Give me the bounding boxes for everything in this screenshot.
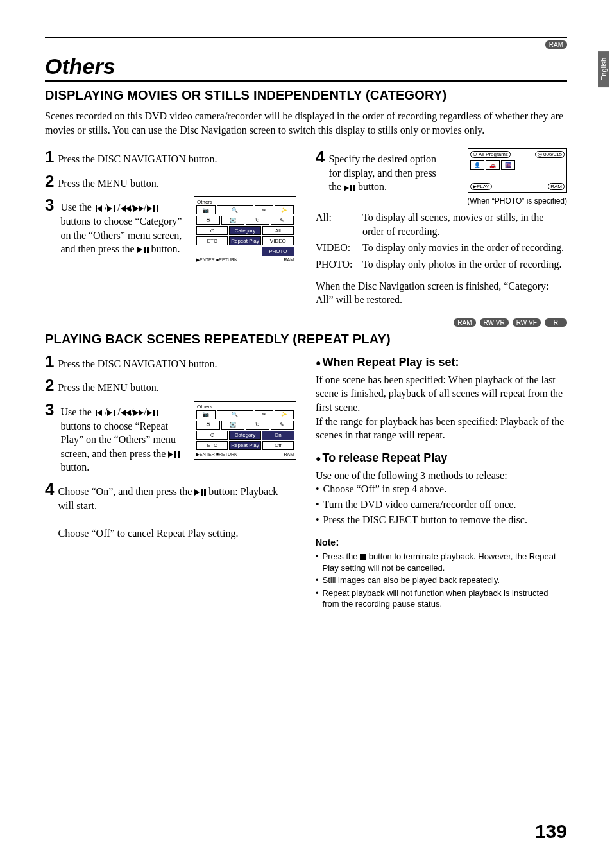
thumbnail: 🚗 (486, 160, 500, 170)
step-number: 1 (45, 148, 54, 165)
step-text: Use the //// buttons to choose “Repeat P… (60, 401, 187, 474)
page-title: Others (45, 54, 567, 82)
menu-footer-left: ▶ENTER ■RETURN (196, 452, 237, 457)
play-pause-icon (168, 451, 180, 458)
screenshot-caption: (When “PHOTO” is specified) (455, 196, 567, 205)
subheading-when-set: When Repeat Play is set: (316, 356, 567, 369)
page-number: 139 (535, 820, 567, 842)
disc-type-badge-row-mid: RAM RW VR RW VF R (45, 318, 567, 327)
text-fragment: Choose “On”, and then press the (58, 486, 194, 497)
list-item: Press the button to terminate playback. … (316, 551, 567, 573)
step-2: 2 Press the MENU button. (45, 173, 296, 191)
next-track-icon (107, 410, 117, 416)
menu-footer-right: RAM (284, 257, 294, 263)
step-number: 4 (316, 148, 325, 165)
section-heading-repeat: PLAYING BACK SCENES REPEATEDLY (REPEAT P… (45, 332, 567, 347)
def-desc-all: To display all scenes, movies or stills,… (362, 211, 567, 238)
paragraph: Use one of the following 3 methods to re… (316, 469, 567, 483)
menu-item-repeat: Repeat Play (229, 236, 260, 245)
step-text: Press the MENU button. (58, 173, 296, 191)
step-number: 4 (45, 481, 54, 498)
r-badge: R (545, 318, 567, 327)
screen-format-pill: RAM (548, 183, 565, 190)
def-term-photo: PHOTO: (316, 257, 357, 272)
list-item: Turn the DVD video camera/recorder off o… (316, 498, 567, 512)
language-tab: English (598, 51, 609, 87)
step-1: 1 Press the DISC NAVIGATION button. (45, 353, 296, 371)
section1-left-column: 1 Press the DISC NAVIGATION button. 2 Pr… (45, 148, 296, 307)
section1-intro: Scenes recorded on this DVD video camera… (45, 109, 567, 137)
step-3: 3 Use the //// buttons to choose “Catego… (45, 196, 296, 265)
screen-title-pill: ⊙All Programs (470, 151, 511, 158)
step-text: Specify the desired option for display, … (328, 148, 448, 194)
note-list: Press the button to terminate playback. … (316, 551, 567, 610)
option-definitions: All:To display all scenes, movies or sti… (316, 211, 567, 271)
step-text: Press the MENU button. (58, 377, 296, 395)
list-item: Press the DISC EJECT button to remove th… (316, 513, 567, 527)
section1-closing: When the Disc Navigation screen is finis… (316, 279, 567, 307)
menu-option-on-highlighted: On (262, 431, 294, 440)
play-pause-icon (344, 185, 355, 191)
step-2: 2 Press the MENU button. (45, 377, 296, 395)
step-number: 3 (45, 401, 54, 418)
menu-option-video: VIDEO (262, 236, 294, 245)
def-desc-video: To display only movies in the order of r… (362, 241, 567, 255)
thumbnail: 🌆 (501, 160, 515, 170)
rwvr-badge: RW VR (480, 318, 509, 327)
paragraph: If one scene has been specified: When pl… (316, 373, 567, 415)
menu-option-photo-highlighted: PHOTO (262, 247, 294, 256)
step-number: 3 (45, 196, 54, 213)
disc-type-badge-row-top: RAM (45, 40, 567, 49)
list-item: Still images can also be played back rep… (316, 575, 567, 586)
step-4: 4 Choose “On”, and then press the button… (45, 481, 296, 540)
play-pause-icon (147, 410, 158, 416)
section-heading-category: DISPLAYING MOVIES OR STILLS INDEPENDENTL… (45, 88, 567, 103)
text-fragment: Use the (60, 202, 94, 213)
def-term-video: VIDEO: (316, 241, 357, 255)
screen-play-pill: ▶PLAY (470, 183, 492, 190)
text-fragment: Choose “Off” to cancel Repeat Play setti… (58, 528, 238, 539)
section1-right-column: 4 Specify the desired option for display… (316, 148, 567, 307)
section2-right-column: When Repeat Play is set: If one scene ha… (316, 353, 567, 611)
menu-footer-right: RAM (284, 452, 294, 457)
list-item: Choose “Off” in step 4 above. (316, 482, 567, 496)
disc-nav-screenshot: ⊙All Programs ◎006/015 👤 🚗 🌆 ▶PLAY RAM (468, 148, 567, 193)
step-number: 1 (45, 353, 54, 370)
menu-item-repeat: Repeat Play (229, 441, 260, 450)
ram-badge: RAM (454, 318, 475, 327)
top-horizontal-rule (45, 37, 567, 38)
prev-track-icon (94, 410, 105, 416)
step-text: Choose “On”, and then press the button: … (58, 481, 296, 540)
next-track-icon (107, 205, 117, 212)
rewind-icon (121, 205, 131, 212)
play-pause-icon (147, 205, 158, 212)
menu-option-all: All (262, 226, 294, 235)
fast-forward-icon (133, 205, 144, 212)
rewind-icon (121, 410, 131, 416)
step-4: 4 Specify the desired option for display… (316, 148, 448, 194)
paragraph: If the range for playback has been speci… (316, 415, 567, 442)
text-fragment: button. (355, 181, 387, 192)
text-fragment: Use the (60, 406, 94, 417)
stop-icon (360, 554, 366, 560)
menu-title: Others (196, 404, 294, 410)
ram-badge: RAM (545, 40, 567, 49)
thumbnail: 👤 (470, 160, 484, 170)
fast-forward-icon (133, 410, 144, 416)
text-fragment: buttons to choose “Repeat Play” on the “… (60, 421, 176, 459)
section2-left-column: 1 Press the DISC NAVIGATION button. 2 Pr… (45, 353, 296, 611)
step-3: 3 Use the //// buttons to choose “Repeat… (45, 401, 296, 474)
play-pause-icon (194, 489, 206, 496)
def-term-all: All: (316, 211, 357, 238)
prev-track-icon (94, 205, 105, 212)
menu-screenshot-category: Others 📷🔍✂✨ ⚙💽↻✎ ⏱CategoryAll ETCRepeat … (194, 196, 296, 265)
menu-etc: ETC (196, 441, 228, 450)
menu-item-category: Category (229, 226, 260, 235)
step-text: Press the DISC NAVIGATION button. (58, 148, 296, 166)
menu-title: Others (196, 199, 294, 205)
menu-item-category: Category (229, 431, 260, 440)
step-text: Use the //// buttons to choose “Category… (60, 196, 187, 256)
text-fragment: button. (60, 462, 89, 473)
rwvf-badge: RW VF (513, 318, 541, 327)
menu-etc: ETC (196, 236, 228, 245)
